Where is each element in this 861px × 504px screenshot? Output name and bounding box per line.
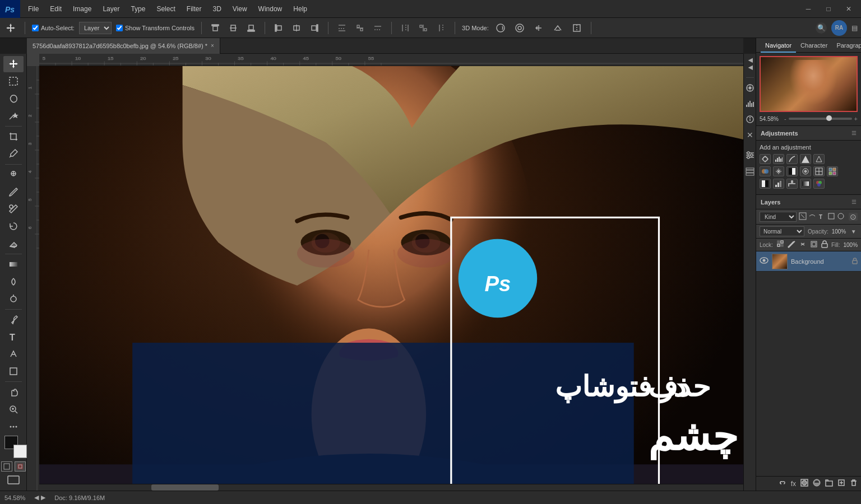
- menu-layer[interactable]: Layer: [97, 0, 125, 18]
- new-adjustment-btn[interactable]: [813, 479, 821, 488]
- add-mask-btn[interactable]: [800, 479, 808, 488]
- filter-smartobj-icon[interactable]: [837, 212, 845, 221]
- adjustments-menu-btn[interactable]: ☰: [851, 130, 857, 136]
- tab-navigator[interactable]: Navigator: [761, 38, 796, 53]
- lock-artboard-btn[interactable]: [810, 240, 818, 249]
- add-style-btn[interactable]: fx: [791, 480, 796, 488]
- align-right-btn[interactable]: [308, 22, 321, 34]
- adj-gradient-map[interactable]: [800, 179, 811, 189]
- zoom-slider-thumb[interactable]: [826, 115, 832, 121]
- delete-layer-btn[interactable]: [850, 479, 858, 488]
- lock-image-btn[interactable]: [788, 240, 795, 249]
- scrollbar-thumb-h[interactable]: [151, 484, 219, 491]
- canvas-content[interactable]: حذف در فتوشاپ سیاهی زیر چشم WWW.ROPIK.IR…: [39, 66, 756, 491]
- adj-colorbalance[interactable]: [773, 166, 784, 176]
- align-top-btn[interactable]: [209, 22, 222, 34]
- clone-tool[interactable]: [3, 201, 24, 217]
- layer-visibility-eye[interactable]: [760, 257, 769, 265]
- shape-tool[interactable]: [3, 363, 24, 379]
- tab-close-btn[interactable]: ×: [211, 43, 214, 49]
- 3d-roll-btn[interactable]: [512, 22, 527, 34]
- adj-posterize[interactable]: [773, 179, 784, 189]
- panels-expand-btn[interactable]: ▶▶: [746, 57, 753, 72]
- menu-image[interactable]: Image: [67, 0, 97, 18]
- blur-tool[interactable]: [3, 273, 24, 290]
- pen-tool[interactable]: [3, 312, 24, 328]
- zoom-in-btn[interactable]: +: [854, 115, 858, 122]
- adj-photofilter[interactable]: [800, 166, 811, 176]
- distribute-v-btn[interactable]: [353, 22, 367, 34]
- link-layers-btn[interactable]: [779, 479, 786, 488]
- user-avatar[interactable]: RA: [831, 20, 847, 36]
- color-pair[interactable]: [4, 436, 22, 454]
- extra-tools-btn[interactable]: [3, 418, 24, 435]
- gradient-tool[interactable]: [3, 256, 24, 273]
- menu-edit[interactable]: Edit: [44, 0, 67, 18]
- nav-next-btn[interactable]: ▶: [41, 494, 45, 501]
- layers-kind-filter[interactable]: Kind: [760, 212, 797, 222]
- menu-help[interactable]: Help: [288, 0, 313, 18]
- adj-invert[interactable]: [760, 179, 771, 189]
- filter-pixel-icon[interactable]: [799, 212, 807, 221]
- filter-toggle-btn[interactable]: ⊙: [849, 213, 858, 221]
- layer-item-background[interactable]: Background: [756, 251, 861, 272]
- adjustments-icon[interactable]: [746, 151, 754, 162]
- align-vcenter-btn[interactable]: [226, 22, 240, 34]
- tab-paragraph[interactable]: Paragraph: [832, 38, 861, 53]
- adj-vibrance[interactable]: [813, 154, 825, 164]
- lock-transparent-btn[interactable]: [776, 240, 784, 249]
- adj-curves[interactable]: [786, 154, 798, 164]
- menu-file[interactable]: File: [22, 0, 44, 18]
- layer-name[interactable]: Background: [791, 258, 849, 265]
- zoom-tool[interactable]: [3, 402, 24, 418]
- search-button[interactable]: 🔍: [816, 22, 827, 34]
- adj-bw[interactable]: [786, 166, 798, 176]
- filter-adjust-icon[interactable]: [808, 212, 816, 221]
- 3d-pan-btn[interactable]: [531, 22, 546, 34]
- document-tab[interactable]: 5756d0aafa8937812a7d6595b8c0befb.jpg @ 5…: [27, 38, 220, 54]
- adj-levels[interactable]: [773, 154, 784, 164]
- brush-tool[interactable]: [3, 184, 24, 200]
- nav-prev-btn[interactable]: ◀: [34, 494, 39, 501]
- new-group-btn[interactable]: [825, 479, 833, 488]
- info-icon[interactable]: [746, 115, 754, 125]
- align-left-btn[interactable]: [272, 22, 285, 34]
- menu-type[interactable]: Type: [125, 0, 151, 18]
- adj-hsl[interactable]: [760, 166, 771, 176]
- filter-shape-icon[interactable]: [827, 212, 835, 221]
- path-selection-tool[interactable]: [3, 346, 24, 362]
- distribute-right-btn[interactable]: [434, 22, 448, 34]
- adj-selective-color[interactable]: [813, 179, 825, 189]
- menu-select[interactable]: Select: [151, 0, 180, 18]
- move-tool-btn[interactable]: [3, 22, 18, 34]
- menu-view[interactable]: View: [227, 0, 253, 18]
- 3d-scale-btn[interactable]: [570, 22, 584, 34]
- layer-dropdown[interactable]: Layer: [79, 22, 112, 34]
- distribute-top-btn[interactable]: [335, 22, 349, 34]
- healing-tool[interactable]: [3, 167, 24, 183]
- screen-mode-btn[interactable]: [7, 475, 20, 487]
- distribute-left-btn[interactable]: [399, 22, 412, 34]
- blend-mode-select[interactable]: Normal: [760, 226, 804, 236]
- lock-all-btn[interactable]: [821, 240, 828, 249]
- cross-icon[interactable]: ✕: [747, 130, 753, 139]
- eraser-tool[interactable]: [3, 235, 24, 251]
- nav-thumbnail[interactable]: [760, 56, 858, 112]
- distribute-h-btn[interactable]: [416, 22, 430, 34]
- quick-mask-btn[interactable]: [15, 461, 26, 472]
- menu-3d[interactable]: 3D: [207, 0, 226, 18]
- tab-character[interactable]: Character: [796, 38, 832, 53]
- adj-exposure[interactable]: [800, 154, 811, 164]
- lasso-tool[interactable]: [3, 90, 24, 106]
- adj-brightness[interactable]: [760, 154, 771, 164]
- auto-select-checkbox[interactable]: [32, 25, 39, 31]
- type-tool[interactable]: T: [3, 329, 24, 345]
- align-hcenter-btn[interactable]: [290, 22, 303, 34]
- adj-colordookup[interactable]: [827, 166, 838, 176]
- 3d-slide-btn[interactable]: [550, 22, 565, 34]
- crop-tool[interactable]: [3, 128, 24, 144]
- close-button[interactable]: ✕: [839, 1, 859, 17]
- adj-channelmixer[interactable]: [813, 166, 825, 176]
- navigator-panel-icon[interactable]: [746, 83, 754, 94]
- align-bottom-btn[interactable]: [244, 22, 258, 34]
